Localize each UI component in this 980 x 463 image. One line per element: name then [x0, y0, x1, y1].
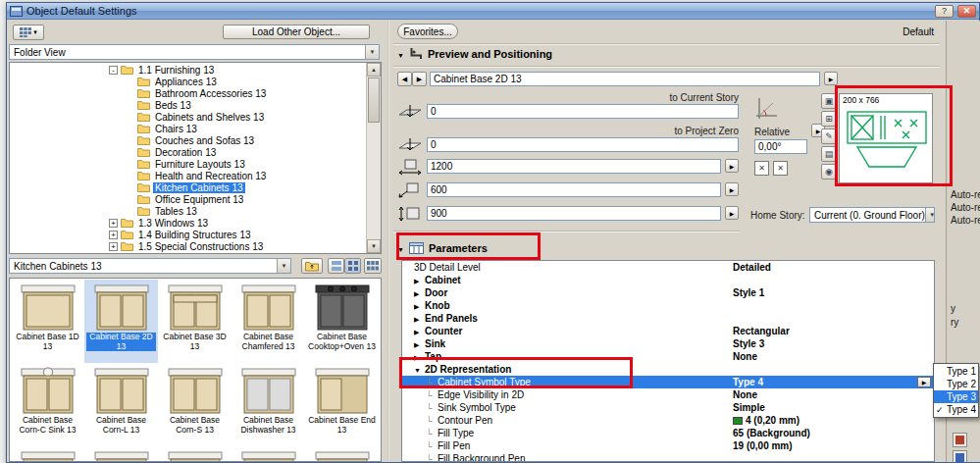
tree-item-label[interactable]: 1.4 Building Structures 13 [136, 230, 253, 240]
preview-tool-button[interactable]: ⊞ [821, 111, 837, 127]
dropdown-arrow-icon[interactable] [925, 208, 935, 222]
view-list-button[interactable] [328, 258, 344, 274]
library-item[interactable]: Cabinet Base Cooktop+Oven 13 [305, 280, 379, 363]
preview-tool-button[interactable]: ▤ [821, 146, 837, 162]
collapse-arrow-icon[interactable] [397, 242, 404, 254]
parameter-row[interactable]: Edge Visibility in 2D None [402, 388, 934, 401]
scroll-down-button[interactable] [367, 239, 381, 253]
tree-item[interactable]: 1.3 Windows 13 [11, 217, 365, 229]
tree-item-label[interactable]: Bathroom Accessories 13 [153, 88, 268, 99]
tree-item[interactable]: 1.4 Building Structures 13 [11, 229, 365, 240]
parameter-row[interactable]: Contour Pen 4 (0,20 mm) [402, 414, 934, 427]
parameter-row[interactable]: Tap None [402, 350, 934, 363]
library-item[interactable] [11, 446, 84, 462]
object-name-field[interactable] [430, 72, 820, 86]
depth-flyout-button[interactable] [725, 182, 739, 196]
preview-tool-button[interactable]: ✎ [821, 129, 837, 144]
title-bar[interactable]: Object Default Settings ? ✕ [7, 3, 979, 20]
tree-expander-icon[interactable] [109, 66, 118, 75]
prev-object-button[interactable]: ◀ [397, 72, 412, 86]
library-item[interactable]: Cabinet Base Corn-S 13 [158, 363, 232, 446]
tree-item-label[interactable]: 1.1 Furnishing 13 [136, 65, 216, 76]
library-folder-select[interactable]: Kitchen Cabinets 13 [9, 258, 291, 274]
section-parameters[interactable]: Parameters [397, 242, 488, 254]
dropdown-arrow-icon[interactable] [277, 259, 290, 273]
section-preview-positioning[interactable]: Preview and Positioning [397, 47, 552, 60]
library-item[interactable] [158, 446, 232, 462]
library-item[interactable]: Cabinet Base Dishwasher 13 [232, 363, 305, 446]
parameter-row[interactable]: Cabinet [402, 274, 934, 286]
expander-icon[interactable] [414, 287, 425, 298]
tree-item-label[interactable]: Kitchen Cabinets 13 [153, 182, 245, 193]
tree-item-label[interactable]: Beds 13 [153, 100, 193, 111]
parameter-row[interactable]: Fill Background Pen [402, 452, 934, 462]
expander-icon[interactable] [414, 313, 425, 324]
tree-item-label[interactable]: 1.5 Special Constructions 13 [136, 241, 265, 252]
mirror-x-checkbox[interactable]: ✕ [754, 161, 769, 176]
tree-item-label[interactable]: Office Equipment 13 [153, 194, 245, 205]
library-item[interactable]: Cabinet Base Chamfered 13 [232, 280, 305, 363]
parameter-row[interactable]: Knob [402, 299, 934, 312]
tree-item[interactable]: Tables 13 [11, 205, 365, 217]
next-object-button[interactable]: ▶ [412, 72, 427, 86]
tree-item[interactable]: Office Equipment 13 [11, 193, 365, 205]
tree-item[interactable]: Health and Recreation 13 [11, 170, 365, 181]
tree-item[interactable]: 1.1 Furnishing 13 [11, 64, 365, 76]
tree-item[interactable]: Bathroom Accessories 13 [11, 87, 365, 99]
subtype-picker-button[interactable]: ▾ [13, 25, 44, 40]
preview-tool-button[interactable]: ▣ [821, 93, 837, 109]
tree-item[interactable]: Couches and Sofas 13 [11, 134, 365, 146]
library-item[interactable]: Cabinet Base 1D 13 [11, 280, 84, 363]
library-item[interactable]: Cabinet Base Corn-C Sink 13 [11, 363, 84, 446]
elevation-to-story-input[interactable] [427, 104, 739, 119]
grid-view-button[interactable] [364, 258, 382, 274]
tree-item-label[interactable]: Tables 13 [153, 206, 199, 217]
favorites-button[interactable]: Favorites... [397, 24, 458, 39]
parameter-row[interactable]: Fill Type 65 (Background) [402, 427, 934, 439]
library-item[interactable] [84, 446, 158, 462]
close-button[interactable]: ✕ [957, 5, 976, 18]
width-flyout-button[interactable] [725, 159, 739, 173]
scroll-up-button[interactable] [367, 63, 381, 77]
parameter-flyout-button[interactable] [917, 377, 931, 387]
tree-expander-icon[interactable] [109, 242, 118, 251]
width-input[interactable] [427, 159, 721, 174]
tree-item-label[interactable]: Cabinets and Shelves 13 [153, 112, 266, 123]
tree-item-label[interactable]: Appliances 13 [153, 77, 219, 87]
parameter-row[interactable]: End Panels [402, 312, 934, 325]
tree-item-label[interactable]: Furniture Layouts 13 [153, 159, 247, 170]
library-item[interactable] [232, 446, 305, 462]
library-item[interactable]: Cabinet Base 2D 13 [84, 280, 158, 363]
tree-item-label[interactable]: Chairs 13 [153, 124, 199, 134]
parameter-row[interactable]: Door Style 1 [402, 286, 934, 299]
tree-item-label[interactable]: Couches and Sofas 13 [153, 135, 256, 146]
view-thumbs-button[interactable] [344, 258, 361, 274]
rotation-angle-input[interactable] [754, 139, 807, 154]
depth-input[interactable] [427, 182, 721, 197]
tree-item[interactable]: Furniture Layouts 13 [11, 158, 365, 170]
collapse-arrow-icon[interactable] [397, 48, 404, 60]
parameter-row[interactable]: 2D Representation [402, 363, 934, 376]
parameter-row[interactable]: 3D Detail Level Detailed [402, 261, 934, 274]
height-flyout-button[interactable] [725, 206, 739, 220]
tree-item[interactable]: Beds 13 [11, 99, 365, 111]
library-item[interactable]: Cabinet Base End 13 [305, 363, 379, 446]
parameter-row[interactable]: Counter Rectangular [402, 325, 934, 337]
mirror-y-checkbox[interactable]: ✕ [773, 161, 788, 176]
flyout-button[interactable] [824, 72, 838, 85]
expander-icon[interactable] [414, 338, 425, 349]
load-other-object-button[interactable]: Load Other Object... [223, 25, 370, 39]
parameter-row[interactable]: Sink Style 3 [402, 337, 934, 350]
tree-expander-icon[interactable] [109, 231, 118, 239]
library-item[interactable]: Cabinet Base Corn-L 13 [84, 363, 158, 446]
parameter-row[interactable]: Cabinet Symbol Type Type 4 [402, 376, 934, 388]
tree-item[interactable]: 1.5 Special Constructions 13 [11, 240, 365, 252]
tree-scrollbar[interactable] [366, 63, 381, 253]
tree-item[interactable]: Decoration 13 [11, 146, 365, 158]
parameter-row[interactable]: Sink Symbol Type Simple [402, 401, 934, 414]
elevation-to-zero-input[interactable] [427, 137, 739, 152]
tree-item[interactable]: Chairs 13 [11, 123, 365, 134]
tree-item[interactable]: Kitchen Cabinets 13 [11, 181, 365, 193]
preview-tool-button[interactable]: ◉ [821, 164, 837, 180]
preview-pane[interactable]: 200 x 766 [839, 93, 933, 183]
